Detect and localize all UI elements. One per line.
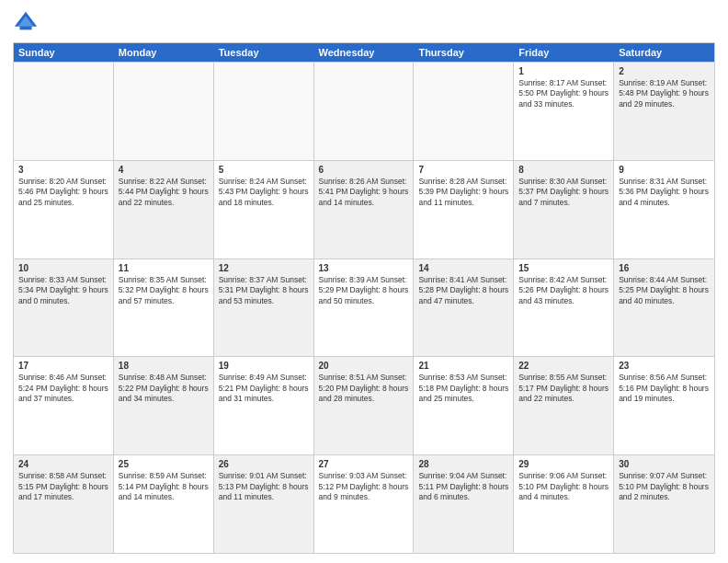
- weekday-header-tuesday: Tuesday: [214, 43, 314, 62]
- calendar-cell-11: 11Sunrise: 8:35 AM Sunset: 5:32 PM Dayli…: [114, 259, 214, 357]
- cell-info: Sunrise: 9:07 AM Sunset: 5:10 PM Dayligh…: [619, 471, 710, 502]
- svg-rect-2: [19, 27, 31, 30]
- day-number: 26: [219, 458, 309, 470]
- calendar-cell-23: 23Sunrise: 8:56 AM Sunset: 5:16 PM Dayli…: [614, 357, 714, 454]
- header: [13, 9, 715, 35]
- day-number: 5: [219, 164, 309, 176]
- day-number: 11: [119, 262, 209, 274]
- calendar-cell-16: 16Sunrise: 8:44 AM Sunset: 5:25 PM Dayli…: [614, 259, 714, 357]
- calendar-cell-3: 3Sunrise: 8:20 AM Sunset: 5:46 PM Daylig…: [14, 161, 114, 259]
- calendar-cell-28: 28Sunrise: 9:04 AM Sunset: 5:11 PM Dayli…: [414, 455, 514, 553]
- calendar-row-1: 3Sunrise: 8:20 AM Sunset: 5:46 PM Daylig…: [14, 160, 714, 259]
- calendar-cell-19: 19Sunrise: 8:49 AM Sunset: 5:21 PM Dayli…: [214, 357, 314, 454]
- cell-info: Sunrise: 8:24 AM Sunset: 5:43 PM Dayligh…: [219, 177, 309, 208]
- logo-icon: [13, 9, 39, 35]
- calendar-cell-9: 9Sunrise: 8:31 AM Sunset: 5:36 PM Daylig…: [614, 161, 714, 259]
- calendar-cell-4: 4Sunrise: 8:22 AM Sunset: 5:44 PM Daylig…: [114, 161, 214, 259]
- calendar-cell-20: 20Sunrise: 8:51 AM Sunset: 5:20 PM Dayli…: [314, 357, 415, 454]
- calendar-cell-empty: [214, 63, 314, 160]
- calendar: SundayMondayTuesdayWednesdayThursdayFrid…: [13, 42, 715, 554]
- cell-info: Sunrise: 8:59 AM Sunset: 5:14 PM Dayligh…: [119, 471, 209, 502]
- calendar-cell-14: 14Sunrise: 8:41 AM Sunset: 5:28 PM Dayli…: [414, 259, 514, 357]
- cell-info: Sunrise: 8:53 AM Sunset: 5:18 PM Dayligh…: [418, 373, 508, 404]
- cell-info: Sunrise: 8:48 AM Sunset: 5:22 PM Dayligh…: [119, 373, 209, 404]
- calendar-cell-17: 17Sunrise: 8:46 AM Sunset: 5:24 PM Dayli…: [14, 357, 114, 454]
- cell-info: Sunrise: 8:39 AM Sunset: 5:29 PM Dayligh…: [319, 275, 409, 306]
- day-number: 6: [319, 164, 409, 176]
- weekday-header-sunday: Sunday: [14, 43, 114, 62]
- cell-info: Sunrise: 9:06 AM Sunset: 5:10 PM Dayligh…: [518, 471, 609, 502]
- calendar-cell-13: 13Sunrise: 8:39 AM Sunset: 5:29 PM Dayli…: [314, 259, 415, 357]
- day-number: 9: [619, 164, 710, 176]
- cell-info: Sunrise: 8:44 AM Sunset: 5:25 PM Dayligh…: [619, 275, 710, 306]
- day-number: 12: [219, 262, 309, 274]
- cell-info: Sunrise: 8:26 AM Sunset: 5:41 PM Dayligh…: [319, 177, 409, 208]
- day-number: 24: [18, 458, 108, 470]
- cell-info: Sunrise: 8:17 AM Sunset: 5:50 PM Dayligh…: [518, 78, 609, 109]
- calendar-cell-26: 26Sunrise: 9:01 AM Sunset: 5:13 PM Dayli…: [214, 455, 314, 553]
- calendar-row-3: 17Sunrise: 8:46 AM Sunset: 5:24 PM Dayli…: [14, 356, 714, 454]
- day-number: 21: [418, 360, 508, 372]
- calendar-cell-1: 1Sunrise: 8:17 AM Sunset: 5:50 PM Daylig…: [514, 63, 614, 160]
- cell-info: Sunrise: 9:01 AM Sunset: 5:13 PM Dayligh…: [219, 471, 309, 502]
- weekday-header-thursday: Thursday: [414, 43, 514, 62]
- calendar-cell-empty: [114, 63, 214, 160]
- day-number: 14: [418, 262, 508, 274]
- cell-info: Sunrise: 8:41 AM Sunset: 5:28 PM Dayligh…: [418, 275, 508, 306]
- calendar-row-2: 10Sunrise: 8:33 AM Sunset: 5:34 PM Dayli…: [14, 259, 714, 357]
- day-number: 30: [619, 458, 710, 470]
- day-number: 23: [619, 360, 710, 372]
- day-number: 28: [418, 458, 508, 470]
- calendar-cell-15: 15Sunrise: 8:42 AM Sunset: 5:26 PM Dayli…: [514, 259, 614, 357]
- calendar-cell-25: 25Sunrise: 8:59 AM Sunset: 5:14 PM Dayli…: [114, 455, 214, 553]
- calendar-cell-29: 29Sunrise: 9:06 AM Sunset: 5:10 PM Dayli…: [514, 455, 614, 553]
- calendar-header: SundayMondayTuesdayWednesdayThursdayFrid…: [14, 43, 714, 62]
- cell-info: Sunrise: 8:42 AM Sunset: 5:26 PM Dayligh…: [518, 275, 609, 306]
- calendar-cell-12: 12Sunrise: 8:37 AM Sunset: 5:31 PM Dayli…: [214, 259, 314, 357]
- cell-info: Sunrise: 8:49 AM Sunset: 5:21 PM Dayligh…: [219, 373, 309, 404]
- cell-info: Sunrise: 9:03 AM Sunset: 5:12 PM Dayligh…: [319, 471, 409, 502]
- calendar-cell-21: 21Sunrise: 8:53 AM Sunset: 5:18 PM Dayli…: [414, 357, 514, 454]
- weekday-header-friday: Friday: [514, 43, 614, 62]
- cell-info: Sunrise: 8:51 AM Sunset: 5:20 PM Dayligh…: [319, 373, 409, 404]
- day-number: 13: [319, 262, 409, 274]
- cell-info: Sunrise: 8:31 AM Sunset: 5:36 PM Dayligh…: [619, 177, 710, 208]
- day-number: 16: [619, 262, 710, 274]
- cell-info: Sunrise: 8:37 AM Sunset: 5:31 PM Dayligh…: [219, 275, 309, 306]
- day-number: 7: [418, 164, 508, 176]
- day-number: 2: [619, 65, 710, 77]
- day-number: 20: [319, 360, 409, 372]
- calendar-cell-10: 10Sunrise: 8:33 AM Sunset: 5:34 PM Dayli…: [14, 259, 114, 357]
- cell-info: Sunrise: 8:55 AM Sunset: 5:17 PM Dayligh…: [518, 373, 609, 404]
- day-number: 27: [319, 458, 409, 470]
- day-number: 22: [518, 360, 609, 372]
- day-number: 4: [119, 164, 209, 176]
- cell-info: Sunrise: 9:04 AM Sunset: 5:11 PM Dayligh…: [418, 471, 508, 502]
- cell-info: Sunrise: 8:19 AM Sunset: 5:48 PM Dayligh…: [619, 78, 710, 109]
- cell-info: Sunrise: 8:20 AM Sunset: 5:46 PM Dayligh…: [18, 177, 108, 208]
- calendar-cell-8: 8Sunrise: 8:30 AM Sunset: 5:37 PM Daylig…: [514, 161, 614, 259]
- day-number: 19: [219, 360, 309, 372]
- cell-info: Sunrise: 8:30 AM Sunset: 5:37 PM Dayligh…: [518, 177, 609, 208]
- page: SundayMondayTuesdayWednesdayThursdayFrid…: [0, 0, 728, 563]
- calendar-body: 1Sunrise: 8:17 AM Sunset: 5:50 PM Daylig…: [14, 62, 714, 553]
- cell-info: Sunrise: 8:58 AM Sunset: 5:15 PM Dayligh…: [18, 471, 108, 502]
- calendar-cell-empty: [314, 63, 415, 160]
- day-number: 10: [18, 262, 108, 274]
- day-number: 17: [18, 360, 108, 372]
- calendar-cell-22: 22Sunrise: 8:55 AM Sunset: 5:17 PM Dayli…: [514, 357, 614, 454]
- logo: [13, 9, 42, 35]
- calendar-cell-empty: [414, 63, 514, 160]
- day-number: 29: [518, 458, 609, 470]
- cell-info: Sunrise: 8:46 AM Sunset: 5:24 PM Dayligh…: [18, 373, 108, 404]
- cell-info: Sunrise: 8:33 AM Sunset: 5:34 PM Dayligh…: [18, 275, 108, 306]
- calendar-cell-6: 6Sunrise: 8:26 AM Sunset: 5:41 PM Daylig…: [314, 161, 415, 259]
- calendar-row-0: 1Sunrise: 8:17 AM Sunset: 5:50 PM Daylig…: [14, 62, 714, 160]
- day-number: 18: [119, 360, 209, 372]
- calendar-cell-5: 5Sunrise: 8:24 AM Sunset: 5:43 PM Daylig…: [214, 161, 314, 259]
- calendar-cell-empty: [14, 63, 114, 160]
- calendar-cell-18: 18Sunrise: 8:48 AM Sunset: 5:22 PM Dayli…: [114, 357, 214, 454]
- day-number: 15: [518, 262, 609, 274]
- calendar-row-4: 24Sunrise: 8:58 AM Sunset: 5:15 PM Dayli…: [14, 454, 714, 553]
- calendar-cell-24: 24Sunrise: 8:58 AM Sunset: 5:15 PM Dayli…: [14, 455, 114, 553]
